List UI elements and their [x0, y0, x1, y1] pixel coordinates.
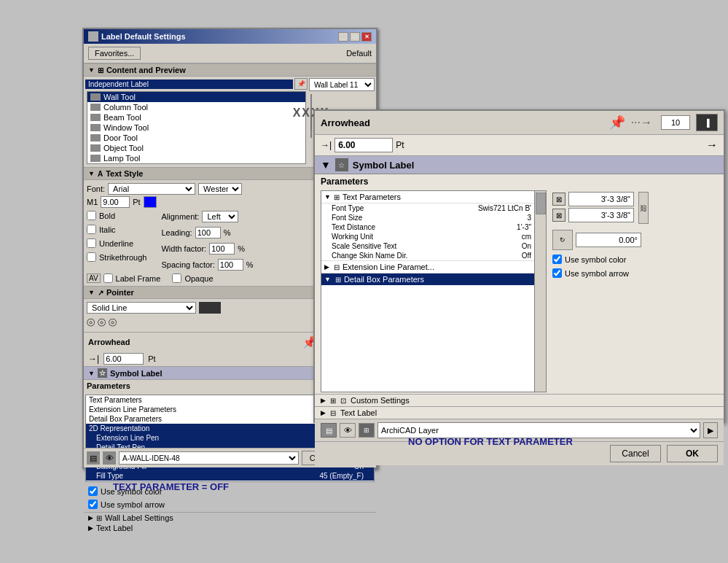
rp-tree-scale-sensitive[interactable]: Scale Sensitive Text On [321, 241, 534, 251]
alignment-select[interactable]: Left [202, 211, 238, 222]
width-factor-input[interactable] [209, 243, 235, 255]
rp-tree-ext-line-params[interactable]: ▶ ⊟ Extension Line Paramet... [321, 260, 534, 273]
radio-btns: ⦾ ⦾ ⦾ [87, 317, 117, 329]
custom-settings-icon: ⊞ [330, 397, 336, 405]
rp-ok-button[interactable]: OK [667, 445, 718, 462]
font-label: Font: [87, 185, 105, 193]
expand-wall-arrow[interactable]: ▶ [88, 514, 93, 521]
maximize-button[interactable]: □ [350, 32, 360, 42]
lp-arrowhead-label: Arrowhead [88, 338, 130, 346]
beam-tool-icon [90, 114, 101, 121]
pin-icon[interactable]: 📌 [294, 78, 308, 90]
rp-width-icon: ⊠ [552, 193, 565, 206]
lp-text-label: ▶ Text Label [84, 523, 376, 533]
text-style-icon: A [98, 170, 103, 178]
rp-detail-box-icon: ⊞ [335, 276, 341, 284]
rp-width-input[interactable] [568, 192, 634, 206]
leading-label: Leading: [161, 228, 192, 237]
lp-tree-fill-type[interactable]: Fill Type 45 (Empty_F) [86, 471, 374, 481]
rp-tree-text-distance[interactable]: Text Distance 1'-3" [321, 222, 534, 232]
rp-tree-working-unit[interactable]: Working Unit cm [321, 232, 534, 241]
m1-unit: Pt [133, 198, 140, 206]
tool-object[interactable]: Object Tool [87, 143, 305, 153]
rp-angle-row: ↻ [552, 230, 718, 250]
lp-symbol-arrow[interactable]: ▼ [88, 370, 95, 377]
spacing-input[interactable] [218, 259, 243, 271]
pointer-icon: ↗ [98, 289, 103, 297]
rp-use-symbol-color-checkbox[interactable] [552, 255, 562, 264]
rp-cancel-button[interactable]: Cancel [610, 445, 661, 462]
tool-roof[interactable]: Roof Tool [87, 163, 305, 164]
tool-lamp[interactable]: Lamp Tool [87, 153, 305, 163]
rp-arrowhead-size-input[interactable] [661, 115, 690, 130]
m1-label: M1 [87, 198, 98, 206]
label-frame-label: Label Frame [116, 274, 161, 283]
expand-text-arrow[interactable]: ▶ [88, 524, 93, 532]
pointer-style-select[interactable]: Solid Line [87, 302, 196, 314]
tool-window[interactable]: Window Tool [87, 123, 305, 133]
favorites-button[interactable]: Favorites... [88, 47, 141, 60]
rp-height-icon: ⊠ [552, 209, 565, 222]
lp-layer-select[interactable]: A-WALL-IDEN-48 [119, 451, 299, 465]
lp-use-symbol-color-checkbox[interactable] [88, 486, 98, 496]
locale-select[interactable]: Western [198, 183, 242, 195]
content-icon: ⊞ [98, 66, 103, 74]
tool-beam[interactable]: Beam Tool [87, 112, 305, 123]
rp-symbol-color-row: Use symbol color [552, 255, 718, 264]
tool-list: Wall Tool Column Tool Beam Tool Window T… [87, 91, 306, 164]
font-select[interactable]: Arial [108, 183, 195, 195]
wall-tool-icon [90, 93, 101, 101]
leading-input[interactable] [195, 227, 221, 238]
rp-arrowhead-type-btn[interactable]: ▐ [696, 114, 718, 131]
rp-symbol-collapse-arrow[interactable]: ▼ [321, 159, 331, 171]
rp-tree-text-params[interactable]: ▼ ⊞ Text Parameters [321, 191, 534, 203]
rp-tree-detail-box[interactable]: ▼ ⊞ Detail Box Parameters [321, 273, 534, 285]
independent-label-item[interactable]: Independent Label [85, 79, 293, 89]
rp-use-symbol-arrow-checkbox[interactable] [552, 268, 562, 278]
rp-height-input[interactable] [568, 208, 634, 222]
wall-label-dropdown[interactable]: Wall Label 11 [309, 78, 375, 91]
window-tool-icon [90, 124, 101, 131]
bold-checkbox[interactable] [87, 211, 96, 220]
tool-wall[interactable]: Wall Tool [87, 92, 305, 102]
rp-right-controls: ⊠ ⊠ ⛓ ↻ Use sy [547, 189, 724, 394]
rp-eye-btn[interactable]: 👁 [340, 423, 356, 438]
rp-tree-change-skin[interactable]: Change Skin Name Dir. Off [321, 251, 534, 260]
lp-arrow-input[interactable] [103, 353, 144, 365]
rp-main-content: ▼ ⊞ Text Parameters Font Type Swis721 Lt… [315, 189, 724, 394]
tool-column[interactable]: Column Tool [87, 102, 305, 112]
rp-layer-arrow-btn[interactable]: ▶ [703, 422, 718, 438]
m1-input[interactable] [101, 196, 130, 208]
rp-layer-db-icon: ⊞ [359, 423, 375, 438]
minimize-button[interactable]: _ [338, 32, 348, 42]
bold-label: Bold [99, 211, 115, 220]
rp-tree-font-size[interactable]: Font Size 3 [321, 213, 534, 222]
tool-door[interactable]: Door Tool [87, 133, 305, 143]
collapse-arrow-pointer[interactable]: ▼ [88, 289, 95, 296]
label-frame-checkbox[interactable] [103, 273, 113, 283]
close-button[interactable]: ✕ [361, 32, 372, 42]
rp-angle-input[interactable] [576, 233, 641, 247]
italic-checkbox[interactable] [87, 225, 96, 234]
strikethrough-checkbox[interactable] [87, 252, 96, 262]
collapse-arrow-textstyle[interactable]: ▼ [88, 170, 95, 177]
lp-use-symbol-arrow-checkbox[interactable] [88, 500, 98, 509]
opaque-checkbox[interactable] [172, 273, 181, 283]
rp-text-label-row: ▶ ⊟ Text Label [315, 406, 724, 419]
tree-scrollbar[interactable] [534, 191, 546, 392]
lp-layer-icon: ▤ [87, 451, 100, 465]
rp-arrowhead-label: Arrowhead [321, 117, 370, 128]
color-swatch[interactable] [144, 196, 157, 208]
rp-custom-settings-label: Custom Settings [351, 396, 410, 405]
rp-chain-link-icon[interactable]: ⛓ [638, 192, 649, 224]
titlebar-left: Label Default Settings _ □ ✕ [84, 29, 376, 44]
rp-tree-font-type[interactable]: Font Type Swis721 LtCn B' [321, 203, 534, 213]
expand-text-label-icon[interactable]: ▶ [321, 409, 326, 416]
pointer-color-btn[interactable] [199, 302, 221, 314]
underline-checkbox[interactable] [87, 238, 96, 248]
rp-text-params-icon: ⊞ [334, 193, 340, 201]
rp-pin-icon: 📌 [609, 114, 625, 131]
collapse-arrow-content[interactable]: ▼ [88, 66, 95, 74]
rp-arrow-value-input[interactable] [334, 138, 393, 152]
expand-custom-settings-icon[interactable]: ▶ [321, 397, 326, 404]
